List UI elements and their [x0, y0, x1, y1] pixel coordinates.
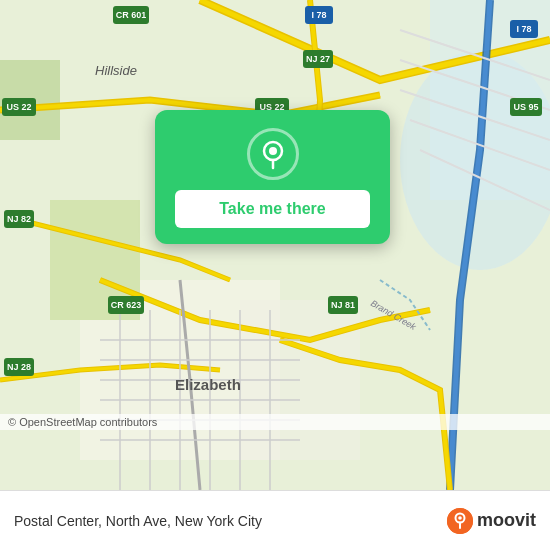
map-container: CR 601 I 78 US 22 US 22 NJ 27 I 78 US 95…	[0, 0, 550, 490]
svg-text:Elizabeth: Elizabeth	[175, 376, 241, 393]
action-card: Take me there	[155, 110, 390, 244]
svg-text:US 22: US 22	[6, 102, 31, 112]
svg-text:Hillside: Hillside	[95, 63, 137, 78]
attribution-bar: © OpenStreetMap contributors	[0, 414, 550, 430]
svg-text:NJ 82: NJ 82	[7, 214, 31, 224]
location-pin-icon	[257, 138, 289, 170]
attribution-text: © OpenStreetMap contributors	[8, 416, 157, 428]
location-icon-circle	[247, 128, 299, 180]
svg-text:NJ 28: NJ 28	[7, 362, 31, 372]
svg-point-55	[458, 516, 462, 520]
svg-point-52	[269, 147, 277, 155]
svg-text:NJ 27: NJ 27	[306, 54, 330, 64]
svg-text:I 78: I 78	[516, 24, 531, 34]
moovit-icon	[447, 508, 473, 534]
svg-text:CR 601: CR 601	[116, 10, 147, 20]
svg-text:I 78: I 78	[311, 10, 326, 20]
bottom-bar: Postal Center, North Ave, New York City …	[0, 490, 550, 550]
moovit-logo: moovit	[447, 508, 536, 534]
place-name: Postal Center, North Ave, New York City	[14, 513, 447, 529]
moovit-text: moovit	[477, 510, 536, 531]
svg-text:US 95: US 95	[513, 102, 538, 112]
svg-text:CR 623: CR 623	[111, 300, 142, 310]
take-me-there-button[interactable]: Take me there	[175, 190, 370, 228]
svg-point-53	[447, 508, 473, 534]
svg-text:NJ 81: NJ 81	[331, 300, 355, 310]
